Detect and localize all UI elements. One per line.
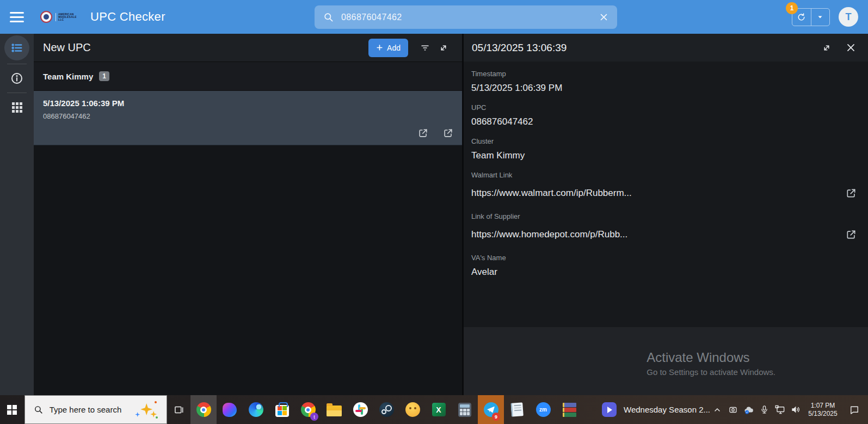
field-value-link[interactable]: https://www.homedepot.com/p/Rubb... (471, 229, 627, 240)
item-actions (416, 126, 454, 139)
taskbar-app-notepad[interactable] (504, 395, 530, 424)
onedrive-icon[interactable] (742, 399, 755, 421)
taskbar-app-chrome[interactable] (190, 395, 217, 424)
sidebar-item-list-view[interactable] (4, 35, 29, 60)
microphone-icon[interactable] (758, 399, 771, 421)
taskbar-app-winrar[interactable] (556, 395, 582, 424)
speaker-icon[interactable] (789, 399, 803, 421)
expand-detail-button[interactable] (817, 39, 836, 57)
taskbar-pinned-apps: t X 9 zm (190, 395, 582, 424)
taskbar-clock[interactable]: 1:07 PM 5/13/2025 (805, 402, 841, 418)
start-button[interactable] (0, 395, 24, 424)
info-icon (10, 72, 23, 85)
taskbar-app-edge[interactable] (243, 395, 269, 424)
calculator-icon (458, 403, 471, 417)
taskbar-app-pet[interactable] (399, 395, 426, 424)
meet-now-icon[interactable] (726, 399, 740, 421)
copilot-icon (223, 403, 237, 417)
left-sidebar (0, 34, 34, 395)
external-link-icon (846, 229, 857, 240)
external-link-icon (418, 128, 428, 138)
detail-footer: Activate Windows Go to Settings to activ… (464, 327, 868, 395)
taskbar-app-microsoft-store[interactable] (269, 395, 295, 424)
chrome-profile-badge: t (310, 413, 318, 421)
close-detail-button[interactable] (841, 39, 860, 57)
zoom-icon: zm (536, 402, 551, 417)
detail-panel: 05/13/2025 13:06:39 Timestamp 5/13/2025 … (464, 34, 868, 395)
taskbar-app-telegram[interactable]: 9 (478, 395, 504, 424)
action-center-icon[interactable] (843, 399, 866, 421)
edge-icon (249, 402, 263, 417)
notepad-icon (510, 402, 524, 416)
clock-time: 1:07 PM (805, 402, 841, 410)
sync-button-group: 1 (792, 8, 830, 26)
expand-list-button[interactable] (434, 39, 453, 57)
field-supplier-link: Link of Supplier https://www.homedepot.c… (471, 212, 860, 244)
chevron-down-icon (817, 14, 823, 20)
field-va-name: VA's Name Avelar (471, 254, 860, 278)
file-explorer-icon (327, 405, 342, 416)
open-supplier-link-button[interactable] (441, 126, 454, 139)
item-timestamp: 5/13/2025 1:06:39 PM (43, 99, 453, 108)
media-play-icon[interactable] (602, 402, 617, 417)
logo-seal-icon (40, 11, 52, 23)
taskbar-app-copilot[interactable] (217, 395, 243, 424)
add-button-label: Add (387, 44, 401, 52)
filter-button[interactable] (416, 39, 434, 57)
tray-chevron-up-icon[interactable] (710, 399, 724, 421)
windows-logo-icon (7, 405, 17, 415)
field-label: UPC (471, 103, 860, 112)
search-icon (323, 12, 334, 22)
task-view-icon (174, 404, 184, 415)
add-button[interactable]: Add (368, 39, 408, 57)
search-icon (34, 405, 43, 414)
taskbar-app-steam[interactable] (373, 395, 399, 424)
system-tray: 1:07 PM 5/13/2025 (710, 395, 868, 424)
external-link-icon (846, 188, 857, 199)
group-count-badge: 1 (99, 71, 109, 81)
sidebar-item-apps[interactable] (4, 96, 29, 118)
list-panel-header: New UPC Add (34, 34, 462, 62)
clear-search-icon[interactable] (599, 13, 608, 22)
grid-icon (12, 102, 22, 113)
taskbar-app-calculator[interactable] (452, 395, 478, 424)
taskbar-app-excel[interactable]: X (426, 395, 452, 424)
field-upc: UPC 086876047462 (471, 103, 860, 127)
steam-icon (379, 402, 394, 417)
sidebar-divider (7, 93, 27, 93)
hamburger-menu-icon[interactable] (0, 0, 34, 34)
field-walmart-link: Walmart Link https://www.walmart.com/ip/… (471, 171, 860, 202)
search-input[interactable] (341, 13, 599, 22)
list-item[interactable]: 5/13/2025 1:06:39 PM 086876047462 (34, 90, 462, 145)
close-icon (846, 42, 856, 53)
page-title: UPC Checker (90, 10, 165, 24)
taskbar-search-box[interactable] (24, 395, 168, 424)
field-value-link[interactable]: https://www.walmart.com/ip/Rubberm... (471, 188, 632, 199)
refresh-dropdown-button[interactable] (811, 9, 830, 26)
detail-header: 05/13/2025 13:06:39 (464, 34, 868, 62)
sidebar-item-info[interactable] (4, 67, 29, 89)
list-title: New UPC (43, 41, 91, 54)
open-supplier-link-button[interactable] (842, 225, 860, 244)
taskbar-app-file-explorer[interactable] (321, 395, 347, 424)
pet-app-icon (405, 402, 420, 417)
detail-title: 05/13/2025 13:06:39 (472, 42, 567, 54)
avatar[interactable]: T (839, 7, 858, 27)
watermark-title: Activate Windows (647, 350, 775, 365)
task-view-button[interactable] (167, 395, 190, 424)
expand-icon (822, 43, 832, 53)
taskbar-search-input[interactable] (50, 405, 131, 414)
list-icon (11, 42, 23, 54)
field-label: Timestamp (471, 70, 860, 78)
taskbar-app-zoom[interactable]: zm (530, 395, 556, 424)
app-search-bar[interactable] (315, 5, 617, 29)
expand-icon (439, 43, 448, 53)
watermark-subtitle: Go to Settings to activate Windows. (647, 367, 775, 377)
taskbar-app-chrome-profile[interactable]: t (295, 395, 321, 424)
field-label: VA's Name (471, 254, 860, 262)
open-walmart-link-button[interactable] (416, 126, 429, 139)
microsoft-store-icon (275, 405, 289, 417)
network-icon[interactable] (773, 399, 787, 421)
open-walmart-link-button[interactable] (842, 184, 860, 202)
taskbar-app-slack[interactable] (347, 395, 373, 424)
